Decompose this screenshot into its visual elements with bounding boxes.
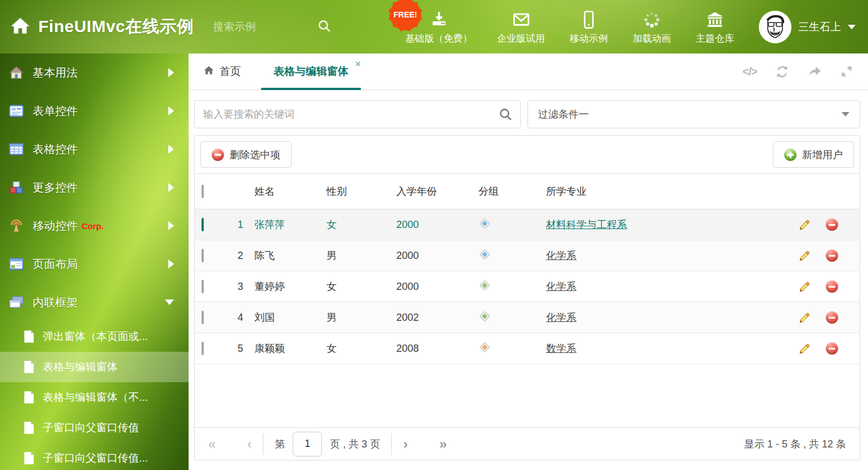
delete-row-icon[interactable] bbox=[826, 280, 838, 293]
filter-dropdown[interactable]: 过滤条件一 bbox=[527, 100, 860, 128]
last-page-button[interactable]: » bbox=[439, 437, 446, 451]
sidebar-subitem-child-to-parent[interactable]: 子窗口向父窗口传值 bbox=[0, 413, 189, 443]
search-icon[interactable] bbox=[498, 107, 513, 124]
next-page-button[interactable]: › bbox=[403, 437, 408, 451]
sidebar-item-grid-controls[interactable]: 表格控件 bbox=[0, 130, 189, 168]
page-icon bbox=[24, 330, 34, 343]
tag-icon bbox=[472, 341, 539, 356]
expand-icon[interactable] bbox=[840, 65, 853, 78]
row-index: 1 bbox=[225, 219, 248, 231]
nav-enterprise-trial[interactable]: 企业版试用 bbox=[497, 9, 545, 45]
sidebar-subitem-popup-window[interactable]: 弹出窗体（本页面或... bbox=[0, 321, 189, 352]
nav-loading-animation[interactable]: 加载动画 bbox=[633, 9, 671, 45]
antenna-icon bbox=[8, 217, 25, 234]
main-content: 首页 表格与编辑窗体 × </> bbox=[189, 53, 868, 470]
search-input[interactable] bbox=[194, 100, 521, 128]
chevron-right-icon bbox=[168, 68, 174, 77]
download-icon bbox=[429, 9, 449, 29]
home-icon bbox=[8, 64, 25, 81]
search-icon[interactable] bbox=[302, 19, 332, 35]
filter-row: 过滤条件一 bbox=[189, 90, 868, 128]
delete-selected-button[interactable]: 删除选中项 bbox=[200, 141, 292, 168]
delete-row-icon[interactable] bbox=[826, 342, 838, 355]
column-header-year[interactable]: 入学年份 bbox=[390, 185, 472, 198]
sidebar: 基本用法 表单控件 表格控件 bbox=[0, 53, 189, 470]
row-index: 5 bbox=[225, 343, 248, 355]
cell-year: 2000 bbox=[390, 250, 472, 262]
add-user-button[interactable]: 新增用户 bbox=[773, 141, 854, 168]
sidebar-item-page-layout[interactable]: 页面布局 bbox=[0, 245, 189, 283]
nav-theme-repo[interactable]: 主题仓库 bbox=[696, 9, 734, 45]
app-logo[interactable]: FineUIMvc在线示例 bbox=[0, 15, 194, 38]
tab-home[interactable]: 首页 bbox=[195, 53, 249, 89]
row-checkbox[interactable] bbox=[202, 311, 204, 324]
delete-row-icon[interactable] bbox=[826, 311, 838, 324]
delete-row-icon[interactable] bbox=[826, 249, 838, 262]
sidebar-item-iframe[interactable]: 内联框架 bbox=[0, 283, 189, 321]
edit-pencil-icon[interactable] bbox=[798, 218, 811, 231]
corp-badge: Corp. bbox=[82, 221, 104, 231]
data-grid: 姓名 性别 入学年份 分组 所学专业 1 张萍萍 女 2000 材料科学与工程系 bbox=[195, 174, 860, 364]
row-checkbox[interactable] bbox=[202, 249, 204, 262]
code-icon[interactable]: </> bbox=[742, 65, 757, 78]
refresh-icon[interactable] bbox=[775, 65, 789, 79]
row-index: 3 bbox=[225, 281, 248, 293]
sidebar-item-form-controls[interactable]: 表单控件 bbox=[0, 92, 189, 130]
column-header-gender[interactable]: 性别 bbox=[320, 185, 390, 198]
edit-pencil-icon[interactable] bbox=[798, 249, 811, 262]
page-icon bbox=[24, 391, 34, 404]
delete-row-icon[interactable] bbox=[826, 218, 838, 231]
sidebar-item-mobile-controls[interactable]: 移动控件 Corp. bbox=[0, 207, 189, 245]
edit-pencil-icon[interactable] bbox=[798, 342, 811, 355]
prev-page-button[interactable]: ‹ bbox=[247, 437, 252, 451]
page-number-input[interactable] bbox=[293, 432, 322, 456]
chevron-down-icon bbox=[165, 299, 174, 305]
page-label-before: 第 bbox=[275, 437, 285, 451]
select-all-checkbox[interactable] bbox=[202, 185, 204, 198]
table-row: 1 张萍萍 女 2000 材料科学与工程系 bbox=[195, 209, 860, 240]
first-page-button[interactable]: « bbox=[208, 437, 216, 451]
close-icon[interactable]: × bbox=[355, 59, 361, 70]
cell-name: 董婷婷 bbox=[248, 280, 320, 293]
cell-gender: 男 bbox=[320, 311, 390, 324]
forward-icon[interactable] bbox=[807, 64, 822, 79]
major-link[interactable]: 材料科学与工程系 bbox=[546, 219, 627, 230]
column-header-major[interactable]: 所学专业 bbox=[539, 185, 790, 198]
row-checkbox[interactable] bbox=[202, 218, 204, 231]
sidebar-subitem-child-to-parent-2[interactable]: 子窗口向父窗口传值... bbox=[0, 443, 189, 470]
cell-gender: 女 bbox=[320, 342, 390, 355]
tag-icon bbox=[472, 248, 539, 263]
user-menu[interactable]: 三生石上 bbox=[759, 11, 856, 43]
tab-bar: 首页 表格与编辑窗体 × </> bbox=[189, 53, 868, 90]
edit-pencil-icon[interactable] bbox=[798, 311, 811, 324]
sidebar-subitem-grid-edit-window[interactable]: 表格与编辑窗体 bbox=[0, 352, 189, 382]
major-link[interactable]: 数学系 bbox=[546, 343, 576, 354]
table-row: 5 康颖颖 女 2008 数学系 bbox=[195, 333, 860, 364]
column-header-name[interactable]: 姓名 bbox=[248, 185, 320, 198]
cell-name: 陈飞 bbox=[248, 249, 320, 262]
column-header-group[interactable]: 分组 bbox=[472, 185, 539, 198]
major-link[interactable]: 化学系 bbox=[546, 312, 576, 323]
tab-grid-edit-window[interactable]: 表格与编辑窗体 × bbox=[261, 53, 361, 89]
major-link[interactable]: 化学系 bbox=[546, 250, 576, 261]
row-checkbox[interactable] bbox=[202, 342, 204, 355]
page-icon bbox=[24, 361, 34, 373]
tag-icon bbox=[472, 310, 539, 325]
header-search-input[interactable] bbox=[213, 21, 302, 33]
sidebar-item-basic-usage[interactable]: 基本用法 bbox=[0, 53, 189, 92]
cell-year: 2002 bbox=[390, 312, 472, 324]
grid-panel: 删除选中项 新增用户 姓名 性别 入学年份 分组 所学专业 1 bbox=[194, 135, 860, 460]
tag-icon bbox=[472, 217, 539, 232]
nav-mobile-demo[interactable]: 移动示例 bbox=[570, 9, 608, 45]
cell-name: 刘国 bbox=[248, 311, 320, 324]
chevron-right-icon bbox=[168, 221, 174, 230]
page-icon bbox=[24, 452, 34, 464]
row-checkbox[interactable] bbox=[202, 280, 204, 293]
sidebar-item-more-controls[interactable]: 更多控件 bbox=[0, 168, 189, 207]
page-label-after: 页 , 共 3 页 bbox=[330, 437, 380, 451]
major-link[interactable]: 化学系 bbox=[546, 281, 576, 292]
bank-icon bbox=[705, 9, 724, 29]
sidebar-subitem-grid-edit-window-2[interactable]: 表格与编辑窗体（不... bbox=[0, 382, 189, 413]
edit-pencil-icon[interactable] bbox=[798, 280, 811, 293]
cell-name: 康颖颖 bbox=[248, 342, 320, 355]
